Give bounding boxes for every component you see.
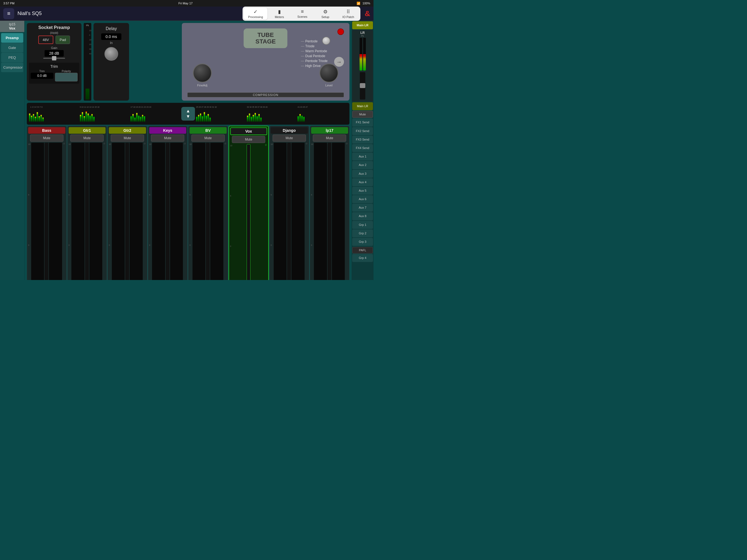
main-lr-fader[interactable] [360,72,365,100]
grp3-button[interactable]: Grp 3 [352,238,373,246]
pafl-main[interactable]: PAFL [352,247,373,253]
mute-bv[interactable]: Mute [191,134,225,142]
aux1-button[interactable]: Aux 1 [352,153,373,160]
meter-bank-9-16: 9 10 11 12 13 14 15 16 [80,106,130,122]
meter-bank-17-24: 17 18 19 20 21 22 23 24 [130,106,180,122]
status-day: Fri May 17 [178,2,192,5]
iopatch-label: IO Patch [342,15,354,19]
mute-main-lr[interactable]: Mute [352,111,373,118]
channel-name-gtr2[interactable]: Gtr2 [109,127,146,134]
mute-vox[interactable]: Mute [232,136,265,143]
grp4-button[interactable]: Grp 4 [352,254,373,262]
aux3-button[interactable]: Aux 3 [352,170,373,178]
mute-gtr1[interactable]: Mute [70,134,104,142]
tab-setup[interactable]: ⚙ Setup [314,8,336,20]
tube-level-knob[interactable] [319,63,338,82]
main-l-meter [360,38,362,71]
main-r-meter [363,38,366,71]
aux4-button[interactable]: Aux 4 [352,178,373,186]
tube-model-pentode[interactable]: Pentode [301,40,328,43]
setup-label: Setup [321,15,329,19]
main-lr-button[interactable]: Main LR [352,21,373,29]
aux6-button[interactable]: Aux 6 [352,195,373,203]
channel-strip-bv: BV Mute 1050510203040∞ [188,126,228,280]
meters-label: Meters [275,15,284,19]
meter-bank-41-47: 41 43 45 47 [298,106,347,122]
aux8-button[interactable]: Aux 8 [352,212,373,220]
mute-gtr2[interactable]: Mute [111,134,144,142]
menu-button[interactable]: ≡ [3,8,14,19]
pad-button[interactable]: Pad [55,35,70,44]
section-compressor[interactable]: Compressor [1,62,23,72]
trim-value: 0.0 dB [31,73,53,79]
channel-name-keys[interactable]: Keys [149,127,186,134]
aux5-button[interactable]: Aux 5 [352,187,373,195]
channel-strip-bass: Bass Mute 1050510203040∞ [27,126,67,280]
grp2-button[interactable]: Grp 2 [352,229,373,237]
channel-name-django[interactable]: Django [271,127,308,134]
tab-processing[interactable]: ✓ Processing [243,8,267,20]
main-lr-active-button[interactable]: Main LR [352,102,373,110]
tube-model-triode[interactable]: Triode [301,44,328,48]
aux7-button[interactable]: Aux 7 [352,204,373,212]
channel-info[interactable]: Ip15 Vox [0,21,24,32]
tube-title-box: TUBESTAGE [243,28,287,48]
mute-django[interactable]: Mute [273,134,306,142]
channel-strip-gtr2: Gtr2 Mute 1050510203040∞ [107,126,147,280]
channel-name-lp17[interactable]: lp17 [311,127,349,134]
tube-model-warm-pentode[interactable]: Warm Pentode [301,49,328,53]
mute-keys[interactable]: Mute [151,134,184,142]
delay-panel: Delay 0.0 ms In [94,23,129,101]
gain-value: 28 dB [45,50,64,57]
trim-label: Trim [31,70,53,73]
setup-icon: ⚙ [323,9,328,15]
fx4-send-button[interactable]: FX4 Send [352,144,373,152]
aux2-button[interactable]: Aux 2 [352,161,373,169]
tube-model-pentode-triode[interactable]: Pentode Triode [301,59,328,63]
section-gate[interactable]: Gate [1,43,23,52]
section-preamp[interactable]: Preamp [1,33,23,43]
channel-strip-lp17: lp17 Mute 1050510203040∞ [310,126,350,280]
delay-in-label: In [110,41,113,45]
scroll-up-icon: ▲ [186,108,190,113]
polarity-button[interactable] [55,73,78,81]
tube-model-dual-pentode[interactable]: Dual Pentode [301,54,328,58]
fx1-send-button[interactable]: FX1 Send [352,119,373,126]
delay-knob[interactable] [104,47,118,61]
compression-bar: COMPRESSION [187,93,344,97]
gain-slider-thumb[interactable] [52,56,56,60]
channel-name-vox[interactable]: Vox [230,127,267,135]
grp1-button[interactable]: Grp 1 [352,221,373,229]
fineadj-label: FineAdj [193,84,212,87]
channel-name-gtr1[interactable]: Gtr1 [69,127,106,134]
gain-slider[interactable] [43,58,65,59]
tube-indicator-led [337,28,344,35]
iopatch-icon: ⠿ [346,9,350,15]
channel-strip-keys: Keys Mute 1050510203040∞ [148,126,188,280]
meter-scroll-button[interactable]: ▲ ▼ [181,107,195,121]
channel-name-bass[interactable]: Bass [28,127,66,134]
hold-label: (Hold) [29,31,79,34]
tube-stage-title: TUBESTAGE [250,32,281,45]
fx2-send-button[interactable]: FX2 Send [352,127,373,135]
mute-bass[interactable]: Mute [30,134,63,142]
main-lr-fader-thumb[interactable] [360,83,365,88]
gain-label: Gain [29,46,79,50]
meter-bank-25-32: 25 26 27 28 29 30 31 32 [196,106,246,122]
channel-id: Ip15 [1,22,23,26]
trim-title: Trim [31,64,78,69]
channel-name-bv[interactable]: BV [189,127,227,134]
tube-fineadj-knob[interactable] [193,63,212,82]
meter-bank-33-40: 33 34 35 36 37 38 39 40 [247,106,297,122]
fx3-send-button[interactable]: FX3 Send [352,136,373,144]
tab-scenes[interactable]: ≡ Scenes [291,8,313,20]
channel-strip-gtr1: Gtr1 Mute 1050510203040∞ [67,126,107,280]
section-peq[interactable]: PEQ [1,53,23,62]
phantom-power-button[interactable]: 48V [38,35,53,44]
channel-strip-django: Django Mute 1050510203040∞ [269,126,309,280]
l-label: L [360,31,362,35]
tab-iopatch[interactable]: ⠿ IO Patch [337,8,359,20]
pk-indicator: Pk [361,35,364,37]
tab-meters[interactable]: ▮ Meters [268,8,290,20]
mute-lp17[interactable]: Mute [313,134,346,142]
